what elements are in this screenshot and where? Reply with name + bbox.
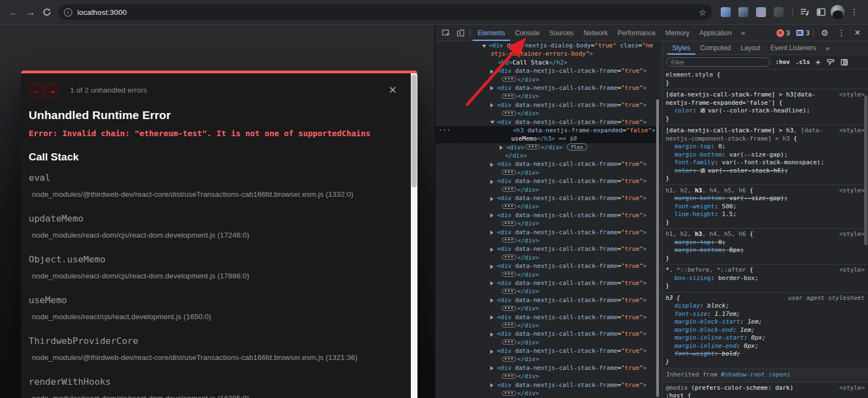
dom-tree-row[interactable]: •••</div> xyxy=(436,304,661,313)
css-property-value[interactable]: block xyxy=(708,302,726,309)
css-declaration[interactable]: line-height: 1.5; xyxy=(666,211,837,219)
expand-arrow-closed-icon[interactable] xyxy=(490,265,494,269)
expand-arrow-closed-icon[interactable] xyxy=(490,248,494,252)
css-property-value[interactable]: 1.17em xyxy=(715,310,737,318)
styles-filter-input[interactable] xyxy=(666,57,770,67)
collapsed-content-icon[interactable]: ••• xyxy=(502,94,516,99)
collapsed-content-icon[interactable]: ••• xyxy=(502,391,516,396)
css-property-value[interactable]: 0px xyxy=(744,342,755,349)
dom-tree-row[interactable]: •••</div> xyxy=(436,219,661,228)
dom-tree-row[interactable]: •••</div> xyxy=(436,271,661,279)
css-property-name[interactable]: margin-inline-end xyxy=(674,342,737,349)
elements-scrollbar-thumb[interactable] xyxy=(656,99,659,397)
media-controls-icon[interactable] xyxy=(796,4,813,20)
css-property-value[interactable]: var(--font-stack-monospace) xyxy=(722,159,821,166)
css-property-name[interactable]: font-weight xyxy=(674,350,715,357)
color-swatch-icon[interactable] xyxy=(700,168,705,173)
expand-arrow-closed-icon[interactable] xyxy=(490,281,494,286)
css-property-value[interactable]: 1.5 xyxy=(722,211,733,218)
color-swatch-icon[interactable] xyxy=(700,108,705,113)
collapsed-content-icon[interactable]: ••• xyxy=(502,170,516,175)
issue-count[interactable]: 3 xyxy=(806,29,810,37)
dom-tree-row[interactable]: •••</div> xyxy=(436,236,661,245)
dom-tree-row[interactable]: •••</div> xyxy=(436,186,661,194)
dom-tree-row[interactable]: •••</div> xyxy=(436,254,661,262)
extension-icon-4[interactable] xyxy=(774,7,784,17)
css-property-name[interactable]: margin-top xyxy=(674,239,711,246)
expand-arrow-closed-icon[interactable] xyxy=(490,332,494,337)
dom-tree-row[interactable]: <div data-nextjs-call-stack-frame="true"… xyxy=(436,84,661,92)
css-declaration[interactable]: margin-block-end: 1em; xyxy=(666,326,837,335)
dialog-scrollbar-track[interactable] xyxy=(411,73,417,398)
close-devtools-icon[interactable]: × xyxy=(850,27,865,39)
dom-tree-row[interactable]: •••</div> xyxy=(436,169,661,177)
sidebar-tab-computed[interactable]: Computed xyxy=(695,41,736,55)
tab-sources[interactable]: Sources xyxy=(544,25,578,41)
dom-tree-row[interactable]: <div data-nextjs-call-stack-frame="true"… xyxy=(436,313,661,321)
css-property-value[interactable]: bold xyxy=(722,350,737,357)
dom-tree-row[interactable]: •••</div> xyxy=(436,389,661,397)
css-declaration[interactable]: font-weight: 500; xyxy=(666,203,837,211)
computed-panel-toggle-icon[interactable] xyxy=(840,58,848,66)
expand-arrow-closed-icon[interactable] xyxy=(490,349,494,354)
sidebar-tab-styles[interactable]: Styles xyxy=(667,41,695,55)
reload-icon[interactable] xyxy=(39,4,55,20)
more-tabs-icon[interactable]: » xyxy=(737,25,749,41)
sidebar-tab-event-listeners[interactable]: Event Listeners xyxy=(765,41,821,55)
styles-scrollbar-thumb[interactable] xyxy=(864,95,867,245)
css-declaration[interactable]: box-sizing: border-box; xyxy=(666,275,837,283)
collapsed-content-icon[interactable]: ••• xyxy=(502,221,516,226)
css-property-name[interactable]: margin-block-start xyxy=(674,318,740,325)
dom-tree-row[interactable]: •••</div> xyxy=(436,76,661,84)
dom-tree-row[interactable]: •••</div> xyxy=(436,372,661,380)
node-options-icon[interactable]: ··· xyxy=(438,126,451,135)
css-property-value[interactable]: var(--size-gap) xyxy=(729,151,784,158)
dom-tree-row[interactable]: <div data-nextjs-call-stack-frame="true"… xyxy=(436,279,661,287)
site-info-icon[interactable]: i xyxy=(64,8,72,17)
expand-arrow-closed-icon[interactable] xyxy=(490,180,494,184)
dom-tree-row[interactable]: <div data-nextjs-call-stack-frame="true"… xyxy=(436,381,661,389)
css-property-name[interactable]: margin-block-end xyxy=(674,326,733,334)
collapsed-content-icon[interactable]: ••• xyxy=(502,340,516,345)
css-property-name[interactable]: font-size xyxy=(674,310,708,318)
css-selector[interactable]: [data-nextjs-call-stack-frame] > h3[data… xyxy=(666,91,837,107)
expand-arrow-closed-icon[interactable] xyxy=(490,383,494,388)
extension-icon-2[interactable] xyxy=(738,7,748,17)
collapsed-content-icon[interactable]: ••• xyxy=(502,357,516,362)
dom-tree-row[interactable]: </div> xyxy=(436,152,661,160)
dom-tree-row[interactable]: ···<h3 data-nextjs-frame-expanded="false… xyxy=(436,126,661,135)
toggle-hover-state-button[interactable]: :hov xyxy=(775,58,790,66)
css-property-name[interactable]: font-weight xyxy=(674,203,715,210)
css-property-name[interactable]: font-family xyxy=(674,159,715,166)
url-text[interactable]: localhost:3000 xyxy=(77,8,127,17)
dom-tree-row[interactable]: <div data-nextjs-call-stack-frame="true"… xyxy=(436,177,661,185)
collapsed-content-icon[interactable]: ••• xyxy=(502,289,516,294)
expand-arrow-closed-icon[interactable] xyxy=(490,86,494,90)
css-selector[interactable]: [data-nextjs-call-stack-frame] > h3, [da… xyxy=(666,127,837,143)
devtools-menu-icon[interactable]: ⋮ xyxy=(833,28,850,38)
expand-arrow-closed-icon[interactable] xyxy=(490,163,494,167)
collapsed-content-icon[interactable]: ••• xyxy=(502,187,516,192)
css-selector[interactable]: h1, h2, h3, h4, h5, h6 { xyxy=(666,230,837,239)
collapsed-content-icon[interactable]: ••• xyxy=(502,306,516,311)
css-property-name[interactable]: margin-top xyxy=(674,143,711,150)
css-declaration[interactable]: margin-bottom: 8px; xyxy=(666,246,837,255)
flex-badge[interactable]: flex xyxy=(567,143,587,150)
collapsed-content-icon[interactable]: ••• xyxy=(502,238,516,243)
css-declaration[interactable]: margin-top: 0; xyxy=(666,143,837,151)
collapsed-content-icon[interactable]: ••• xyxy=(502,272,516,277)
forward-icon[interactable]: → xyxy=(22,4,39,20)
stylesheet-source-link[interactable]: <style> xyxy=(839,230,865,239)
inspect-element-icon[interactable] xyxy=(439,25,453,41)
expand-arrow-open-icon[interactable] xyxy=(482,45,486,48)
expand-arrow-closed-icon[interactable] xyxy=(490,69,494,74)
dom-tree-row[interactable]: •••</div> xyxy=(436,109,661,117)
css-property-name[interactable]: line-height xyxy=(674,211,715,218)
css-declaration[interactable]: display: block; xyxy=(666,302,837,310)
dom-tree-row[interactable]: useMemo</h3> == $0 xyxy=(436,135,661,143)
dom-tree-row[interactable]: •••</div> xyxy=(436,202,661,211)
expand-arrow-closed-icon[interactable] xyxy=(490,197,494,201)
css-declaration[interactable]: font-family: var(--font-stack-monospace)… xyxy=(666,159,837,167)
collapsed-content-icon[interactable]: ••• xyxy=(502,322,516,327)
extension-icon-3[interactable] xyxy=(756,7,766,17)
